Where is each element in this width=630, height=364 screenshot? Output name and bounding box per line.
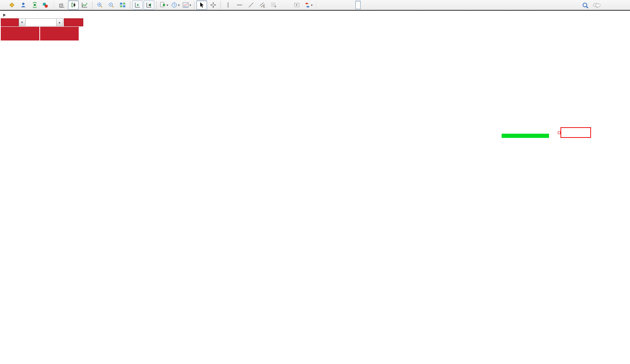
buy-button[interactable] — [64, 18, 83, 26]
sell-price-button[interactable] — [1, 27, 39, 40]
autotrade-button[interactable] — [41, 0, 52, 10]
new-chart-caret-icon: ▾ — [167, 3, 168, 7]
zoom-out-icon[interactable] — [106, 0, 117, 10]
mt4-window: ▾ ▾ ▾ E F — [0, 0, 630, 364]
svg-text:T: T — [296, 3, 298, 7]
template-caret-icon: ▾ — [189, 3, 191, 7]
chat-icon[interactable] — [591, 1, 602, 10]
volume-input[interactable] — [26, 18, 56, 26]
trade-zone-highlight[interactable] — [502, 134, 549, 138]
equidistant-channel-tool-icon[interactable]: E — [257, 0, 268, 10]
period-selector-button[interactable]: ▾ — [170, 0, 181, 10]
chart-canvas[interactable] — [0, 0, 630, 364]
bar-chart-mode-icon[interactable] — [57, 0, 67, 10]
candlestick-mode-icon[interactable] — [68, 0, 79, 10]
tab-m1[interactable] — [319, 1, 324, 9]
tab-m30[interactable] — [337, 1, 342, 9]
trendline-tool-icon[interactable] — [246, 0, 256, 10]
toolbar-separator — [194, 1, 194, 9]
tab-h1[interactable] — [343, 1, 348, 9]
search-icon[interactable] — [580, 1, 591, 10]
chart-symbol-icon — [2, 13, 6, 16]
arrows-tool-icon[interactable]: ▾ — [303, 0, 314, 10]
toolbar: ▾ ▾ ▾ E F — [0, 0, 630, 11]
text-label-tool-icon[interactable]: T — [292, 0, 302, 10]
tab-mn[interactable] — [368, 1, 373, 9]
chart-title — [2, 12, 10, 17]
crosshair-tool-icon[interactable] — [208, 0, 219, 10]
toolbar-grip — [315, 1, 317, 9]
buy-price-button[interactable] — [40, 27, 79, 40]
new-chart-button[interactable]: ▾ — [159, 0, 169, 10]
auto-scroll-icon[interactable] — [132, 0, 143, 10]
zoom-in-icon[interactable] — [94, 0, 105, 10]
cursor-tool-icon[interactable] — [196, 0, 207, 10]
price-callout-box[interactable] — [560, 127, 591, 138]
toolbar-separator — [220, 1, 221, 9]
tab-m15[interactable] — [331, 1, 336, 9]
toolbar-separator — [156, 1, 157, 9]
toolbar-separator — [92, 1, 92, 9]
chart-shift-icon[interactable] — [144, 0, 154, 10]
volume-decrease-button[interactable]: ▾ — [19, 18, 26, 26]
tab-d1[interactable] — [355, 1, 361, 9]
svg-text:F: F — [275, 5, 276, 8]
signals-icon[interactable] — [29, 0, 40, 10]
arrows-caret-icon: ▾ — [311, 3, 313, 7]
template-button[interactable]: ▾ — [181, 0, 192, 10]
tab-m5[interactable] — [325, 1, 330, 9]
line-chart-mode-icon[interactable] — [79, 0, 90, 10]
horizontal-line-tool-icon[interactable] — [234, 0, 245, 10]
volume-increase-button[interactable]: ▴ — [56, 18, 63, 26]
toolbar-grip — [53, 1, 55, 9]
vertical-line-tool-icon[interactable] — [223, 0, 233, 10]
tile-windows-icon[interactable] — [117, 0, 128, 10]
tab-w1[interactable] — [361, 1, 367, 9]
fibonacci-tool-icon[interactable]: F — [269, 0, 279, 10]
toolbar-separator — [130, 1, 130, 9]
period-caret-icon: ▾ — [178, 3, 180, 7]
market-news-icon[interactable] — [18, 0, 29, 10]
one-click-trading-panel: ▾ ▴ — [1, 18, 83, 40]
sell-button[interactable] — [1, 18, 19, 26]
svg-text:E: E — [263, 5, 265, 8]
text-tool-icon[interactable] — [280, 0, 291, 10]
tab-h4[interactable] — [349, 1, 355, 9]
new-order-button[interactable] — [0, 0, 6, 10]
history-center-icon[interactable] — [6, 0, 17, 10]
